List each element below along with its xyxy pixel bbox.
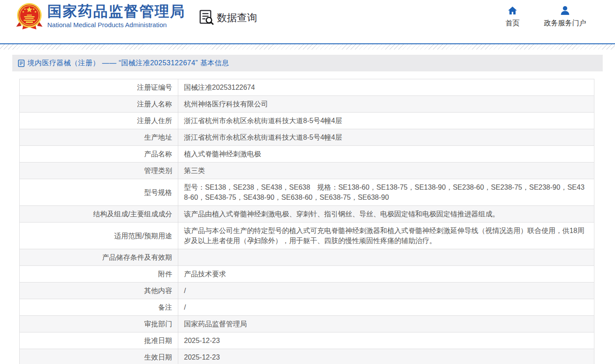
row-value: 浙江省杭州市余杭区余杭街道科技大道8-5号4幢4层 xyxy=(178,129,594,146)
row-value: 浙江省杭州市余杭区余杭街道科技大道8-5号4幢4层 xyxy=(178,113,594,129)
table-row: 附件 产品技术要求 xyxy=(20,266,594,283)
user-icon xyxy=(560,5,570,16)
row-label: 生产地址 xyxy=(20,129,178,146)
row-value: / xyxy=(178,283,594,299)
data-query-label: 数据查询 xyxy=(217,11,257,25)
row-label: 注册证编号 xyxy=(20,79,178,96)
row-value xyxy=(178,249,594,266)
table-row: 管理类别 第三类 xyxy=(20,163,594,179)
nav-item-label: 政务服务门户 xyxy=(544,19,586,27)
row-value: 植入式脊髓神经刺激电极 xyxy=(178,146,594,163)
row-value: 杭州神络医疗科技有限公司 xyxy=(178,96,594,113)
table-row: 批准日期 2025-12-23 xyxy=(20,332,594,349)
registration-info-table: 注册证编号 国械注准20253122674 注册人名称 杭州神络医疗科技有限公司… xyxy=(19,79,594,364)
table-row: 产品名称 植入式脊髓神经刺激电极 xyxy=(20,146,594,163)
table-row: 审批部门 国家药品监督管理局 xyxy=(20,316,594,332)
table-row: 备注 / xyxy=(20,299,594,316)
page-title-bar: 境内医疗器械（注册） —— “国械注准20253122674” 基本信息 xyxy=(12,55,603,71)
document-search-icon xyxy=(199,10,214,25)
page-title: 境内医疗器械（注册） —— “国械注准20253122674” 基本信息 xyxy=(28,59,229,68)
row-label: 产品储存条件及有效期 xyxy=(20,249,178,266)
document-icon xyxy=(18,60,25,67)
row-value: 国家药品监督管理局 xyxy=(178,316,594,332)
data-query-link[interactable]: 数据查询 xyxy=(199,10,257,25)
row-label: 型号规格 xyxy=(20,179,178,206)
table-row: 生产地址 浙江省杭州市余杭区余杭街道科技大道8-5号4幢4层 xyxy=(20,129,594,146)
table-row: 适用范围/预期用途 该产品与本公司生产的特定型号的植入式可充电脊髓神经刺激器和植… xyxy=(20,223,594,249)
national-emblem-icon xyxy=(15,2,43,30)
table-row: 注册人名称 杭州神络医疗科技有限公司 xyxy=(20,96,594,113)
nav-item-label: 首页 xyxy=(505,19,520,27)
row-label: 其他内容 xyxy=(20,283,178,299)
row-label: 注册人住所 xyxy=(20,113,178,129)
row-value: 国械注准20253122674 xyxy=(178,79,594,96)
row-label: 结构及组成/主要组成成分 xyxy=(20,206,178,223)
row-value: 型号：SE138，SE238，SE438，SE638 规格：SE138-60，S… xyxy=(178,179,594,206)
site-header: 国家药品监督管理局 National Medical Products Admi… xyxy=(0,0,615,44)
row-value: 2025-12-23 xyxy=(178,349,594,364)
table-row: 产品储存条件及有效期 xyxy=(20,249,594,266)
row-label: 审批部门 xyxy=(20,316,178,332)
site-logo[interactable]: 国家药品监督管理局 National Medical Products Admi… xyxy=(15,2,185,30)
row-value: 该产品由植入式脊髓神经刺激电极、穿刺针、指引钢丝、导丝、电极固定锚和电极固定锚推… xyxy=(178,206,594,223)
row-label: 备注 xyxy=(20,299,178,316)
row-label: 管理类别 xyxy=(20,163,178,179)
row-label: 适用范围/预期用途 xyxy=(20,223,178,249)
row-label: 产品名称 xyxy=(20,146,178,163)
brand-name-en: National Medical Products Administration xyxy=(47,21,185,29)
brand-text: 国家药品监督管理局 National Medical Products Admi… xyxy=(47,3,185,29)
row-label: 注册人名称 xyxy=(20,96,178,113)
row-value: 第三类 xyxy=(178,163,594,179)
home-icon xyxy=(507,5,518,16)
table-row: 其他内容 / xyxy=(20,283,594,299)
nav-item-portal[interactable]: 政务服务门户 xyxy=(544,5,586,27)
row-value: 该产品与本公司生产的特定型号的植入式可充电脊髓神经刺激器和植入式脊髓神经刺激延伸… xyxy=(178,223,594,249)
row-value: 产品技术要求 xyxy=(178,266,594,283)
hatch-divider xyxy=(0,44,615,49)
row-label: 生效日期 xyxy=(20,349,178,364)
table-row: 结构及组成/主要组成成分 该产品由植入式脊髓神经刺激电极、穿刺针、指引钢丝、导丝… xyxy=(20,206,594,223)
row-label: 附件 xyxy=(20,266,178,283)
table-row: 注册人住所 浙江省杭州市余杭区余杭街道科技大道8-5号4幢4层 xyxy=(20,113,594,129)
row-label: 批准日期 xyxy=(20,332,178,349)
top-navigation: 首页 政务服务门户 xyxy=(502,5,586,27)
row-value: 2025-12-23 xyxy=(178,332,594,349)
brand-name-cn: 国家药品监督管理局 xyxy=(47,3,185,20)
table-row: 型号规格 型号：SE138，SE238，SE438，SE638 规格：SE138… xyxy=(20,179,594,206)
info-table-body: 注册证编号 国械注准20253122674 注册人名称 杭州神络医疗科技有限公司… xyxy=(20,79,594,364)
nav-item-home[interactable]: 首页 xyxy=(502,5,523,27)
table-row: 注册证编号 国械注准20253122674 xyxy=(20,79,594,96)
table-row: 生效日期 2025-12-23 xyxy=(20,349,594,364)
row-value: / xyxy=(178,299,594,316)
